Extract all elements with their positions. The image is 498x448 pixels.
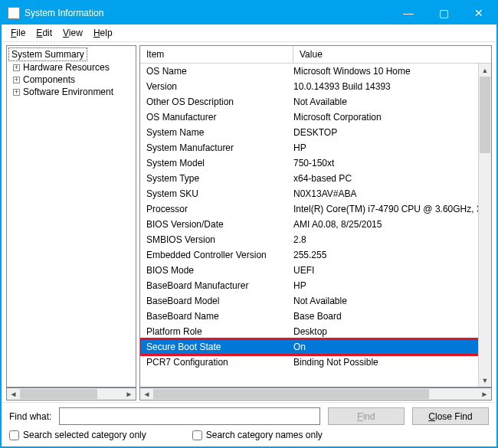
table-row[interactable]: BaseBoard NameBase Board: [140, 309, 491, 324]
table-row[interactable]: ProcessorIntel(R) Core(TM) i7-4790 CPU @…: [140, 201, 491, 217]
cell-value: 255.255: [293, 250, 485, 260]
close-find-button[interactable]: Close Find: [412, 407, 489, 425]
cell-value: Not Available: [293, 96, 485, 107]
scroll-right-icon[interactable]: ►: [478, 388, 491, 400]
cell-value: Microsoft Corporation: [293, 112, 485, 123]
details-list[interactable]: OS NameMicrosoft Windows 10 HomeVersion1…: [140, 64, 491, 387]
check-selected-category[interactable]: Search selected category only: [9, 430, 146, 440]
table-row[interactable]: System NameDESKTOP: [140, 125, 491, 140]
cell-item: Secure Boot State: [146, 342, 293, 352]
cell-value: HP: [293, 280, 485, 291]
menubar: File Edit View Help: [2, 25, 496, 42]
cell-item: Embedded Controller Version: [146, 250, 293, 260]
expand-icon[interactable]: +: [13, 89, 20, 96]
cell-value: Binding Not Possible: [293, 357, 485, 368]
table-row[interactable]: OS NameMicrosoft Windows 10 Home: [140, 64, 491, 79]
column-headers[interactable]: Item Value: [140, 46, 491, 64]
menu-file[interactable]: File: [6, 26, 30, 40]
table-row[interactable]: SMBIOS Version2.8: [140, 232, 491, 247]
check-category-names[interactable]: Search category names only: [192, 430, 323, 440]
cell-item: BaseBoard Name: [146, 311, 293, 322]
cell-value: 750-150xt: [293, 158, 485, 168]
scroll-down-icon[interactable]: ▼: [479, 374, 491, 387]
table-row[interactable]: BIOS ModeUEFI: [140, 263, 491, 278]
cell-item: SMBIOS Version: [146, 234, 293, 245]
table-row[interactable]: Embedded Controller Version255.255: [140, 247, 491, 263]
app-icon: [8, 7, 20, 19]
table-row[interactable]: System ManufacturerHP: [140, 140, 491, 155]
titlebar[interactable]: System Information — ▢ ✕: [2, 2, 496, 25]
table-row[interactable]: OS ManufacturerMicrosoft Corporation: [140, 110, 491, 125]
cell-value: DESKTOP: [293, 127, 485, 138]
cell-item: BaseBoard Model: [146, 296, 293, 306]
cell-value: Desktop: [293, 326, 485, 337]
tree-item[interactable]: +Software Environment: [8, 86, 134, 98]
category-tree[interactable]: System Summary +Hardware Resources+Compo…: [6, 45, 136, 388]
tree-item[interactable]: +Hardware Resources: [8, 61, 134, 74]
cell-item: BaseBoard Manufacturer: [146, 280, 293, 291]
maximize-button[interactable]: ▢: [426, 2, 461, 25]
cell-value: 10.0.14393 Build 14393: [293, 81, 485, 92]
horizontal-scrollbars: ◄ ► ◄ ►: [2, 388, 496, 402]
scroll-right-icon[interactable]: ►: [123, 388, 136, 400]
cell-value: x64-based PC: [293, 173, 485, 184]
tree-item-label: Software Environment: [23, 87, 113, 97]
vertical-scrollbar[interactable]: ▲ ▼: [478, 64, 491, 387]
cell-value: HP: [293, 142, 485, 153]
menu-view[interactable]: View: [58, 26, 87, 40]
find-button[interactable]: Find: [328, 407, 405, 425]
cell-item: PCR7 Configuration: [146, 357, 293, 368]
table-row[interactable]: System Typex64-based PC: [140, 171, 491, 186]
cell-item: OS Name: [146, 66, 293, 77]
cell-item: Platform Role: [146, 326, 293, 337]
col-item[interactable]: Item: [140, 46, 293, 63]
table-row[interactable]: BaseBoard ManufacturerHP: [140, 278, 491, 293]
table-row[interactable]: System SKUN0X13AV#ABA: [140, 186, 491, 201]
checkbox[interactable]: [192, 430, 202, 440]
table-row[interactable]: Other OS DescriptionNot Available: [140, 94, 491, 110]
cell-item: BIOS Version/Date: [146, 219, 293, 230]
cell-value: AMI A0.08, 8/25/2015: [293, 219, 485, 230]
scroll-left-icon[interactable]: ◄: [7, 388, 20, 400]
cell-item: System SKU: [146, 188, 293, 199]
cell-item: BIOS Mode: [146, 265, 293, 276]
cell-value: UEFI: [293, 265, 485, 276]
tree-item[interactable]: +Components: [8, 74, 134, 86]
scroll-thumb[interactable]: [153, 389, 429, 399]
close-button[interactable]: ✕: [461, 2, 496, 25]
tree-hscroll[interactable]: ◄ ►: [6, 388, 136, 401]
tree-item-label: Components: [23, 74, 75, 85]
list-hscroll[interactable]: ◄ ►: [139, 388, 492, 401]
table-row[interactable]: Version10.0.14393 Build 14393: [140, 79, 491, 94]
cell-item: Processor: [146, 204, 293, 214]
scroll-up-icon[interactable]: ▲: [479, 64, 491, 77]
cell-value: N0X13AV#ABA: [293, 188, 485, 199]
table-row[interactable]: BaseBoard ModelNot Available: [140, 293, 491, 309]
tree-item-label: Hardware Resources: [23, 62, 110, 73]
table-row[interactable]: System Model750-150xt: [140, 155, 491, 171]
cell-value: Microsoft Windows 10 Home: [293, 66, 485, 77]
table-row[interactable]: PCR7 ConfigurationBinding Not Possible: [140, 355, 491, 370]
find-input[interactable]: [59, 407, 320, 425]
table-row[interactable]: BIOS Version/DateAMI A0.08, 8/25/2015: [140, 217, 491, 232]
cell-item: OS Manufacturer: [146, 112, 293, 123]
expand-icon[interactable]: +: [13, 77, 20, 83]
table-row[interactable]: Secure Boot StateOn: [140, 339, 491, 355]
minimize-button[interactable]: —: [391, 2, 426, 25]
scroll-thumb[interactable]: [480, 77, 490, 153]
cell-item: System Manufacturer: [146, 142, 293, 153]
cell-item: System Name: [146, 127, 293, 138]
table-row[interactable]: Platform RoleDesktop: [140, 324, 491, 339]
tree-root[interactable]: System Summary: [8, 47, 87, 61]
col-value[interactable]: Value: [293, 46, 491, 63]
menu-help[interactable]: Help: [89, 26, 117, 40]
expand-icon[interactable]: +: [13, 64, 20, 71]
menu-edit[interactable]: Edit: [31, 26, 57, 40]
scroll-left-icon[interactable]: ◄: [140, 388, 153, 400]
checkbox[interactable]: [9, 430, 19, 440]
find-label: Find what:: [9, 411, 51, 422]
scroll-thumb[interactable]: [20, 389, 97, 399]
cell-item: System Model: [146, 158, 293, 168]
content-area: System Summary +Hardware Resources+Compo…: [2, 42, 496, 388]
cell-value: Not Available: [293, 296, 485, 306]
